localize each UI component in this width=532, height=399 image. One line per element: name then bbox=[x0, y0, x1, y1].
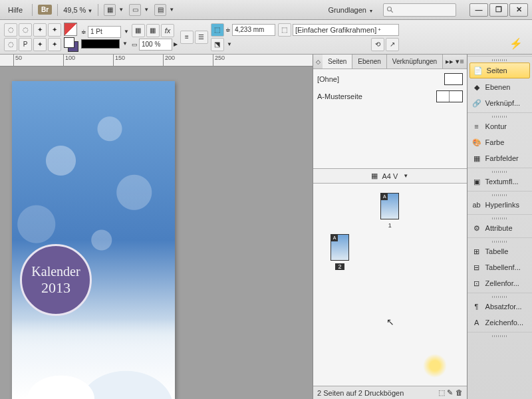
tablefmt-icon: ⊟ bbox=[471, 262, 482, 273]
dock-verknuepfungen[interactable]: 🔗Verknüpf... bbox=[467, 95, 532, 111]
collapse-icon[interactable]: ◇ bbox=[313, 55, 323, 68]
page-size-selector[interactable]: ▦A4 V▼ bbox=[313, 169, 467, 184]
opacity-input[interactable]: 100 % bbox=[139, 39, 172, 51]
screen-mode-icon[interactable]: ▭ bbox=[129, 4, 141, 16]
search-icon bbox=[386, 6, 394, 14]
color-icon: 🎨 bbox=[471, 137, 482, 148]
dock-hyperlinks[interactable]: abHyperlinks bbox=[467, 197, 532, 213]
view-mode-icon[interactable]: ▦ bbox=[104, 4, 116, 16]
tab-verknuepfungen[interactable]: Verknüpfungen bbox=[387, 55, 443, 68]
pages-panel: ◇ Seiten Ebenen Verknüpfungen ▸▸▾≡ [Ohne… bbox=[313, 55, 467, 399]
highlight-dot bbox=[423, 354, 447, 378]
swatches-icon: ▦ bbox=[471, 153, 482, 164]
tool-icon[interactable]: ◌ bbox=[4, 38, 17, 51]
calendar-circle: Kalender 2013 bbox=[20, 244, 92, 316]
document-page[interactable]: Kalender 2013 bbox=[12, 81, 175, 399]
charfmt-icon: A bbox=[471, 317, 482, 328]
tool-icon[interactable]: ✦ bbox=[48, 38, 61, 51]
stroke-style[interactable] bbox=[81, 39, 120, 49]
page-label-selected: 2 bbox=[335, 263, 344, 270]
panel-dock: 📄Seiten ◆Ebenen 🔗Verknüpf... ≡Kontur 🎨Fa… bbox=[467, 55, 532, 399]
maximize-button[interactable]: ❐ bbox=[489, 3, 508, 17]
dock-attribute[interactable]: ⚙Attribute bbox=[467, 220, 532, 236]
menubar: Hilfe Br 49,5 %▼ ▦▼ ▭▼ ▤▼ Grundlagen ▾ —… bbox=[0, 0, 532, 20]
cursor-icon: ↖ bbox=[386, 317, 394, 327]
canvas[interactable]: 50 100 150 200 250 Kalender 2013 bbox=[0, 55, 313, 399]
dock-seiten[interactable]: 📄Seiten bbox=[469, 63, 530, 78]
layers-icon: ◆ bbox=[471, 82, 482, 92]
page-thumb-2[interactable]: A bbox=[331, 234, 349, 261]
align-icon[interactable]: ≡ bbox=[180, 31, 194, 44]
dock-absatzformat[interactable]: ¶Absatzfor... bbox=[467, 299, 532, 315]
fx-icon[interactable]: fx bbox=[161, 24, 174, 37]
parafmt-icon: ¶ bbox=[471, 301, 482, 312]
dock-zeichenformat[interactable]: AZeichenfo... bbox=[467, 315, 532, 331]
dock-kontur[interactable]: ≡Kontur bbox=[467, 118, 532, 134]
align-icon[interactable]: ☰ bbox=[195, 31, 208, 44]
page-thumb-1[interactable]: A bbox=[380, 193, 399, 219]
zoom-level[interactable]: 49,5 %▼ bbox=[63, 6, 92, 14]
wrap-icon: ▣ bbox=[471, 176, 482, 187]
tab-ebenen[interactable]: Ebenen bbox=[352, 55, 386, 68]
ruler-horizontal: 50 100 150 200 250 bbox=[0, 55, 313, 66]
fx-icon[interactable]: ▦ bbox=[132, 24, 145, 37]
control-toolbar: ◌◌✦✦ ◌P✦✦ ≑1 Pt▼ ▼ ▦▦fx ▭100 %▶ ≡☰ ⬚≑4,2… bbox=[0, 20, 532, 55]
workspace-switcher[interactable]: Grundlagen ▾ bbox=[328, 6, 372, 14]
help-menu[interactable]: Hilfe bbox=[4, 5, 27, 15]
stroke-icon: ≡ bbox=[471, 121, 482, 132]
attributes-icon: ⚙ bbox=[471, 223, 482, 233]
svg-line-1 bbox=[391, 10, 393, 12]
page-label: 1 bbox=[376, 222, 403, 229]
frame-fit-icon[interactable]: ⬚ bbox=[211, 23, 224, 37]
dock-farbe[interactable]: 🎨Farbe bbox=[467, 134, 532, 150]
object-style[interactable]: [Einfacher Grafikrahmen]+ bbox=[293, 24, 399, 36]
corner-icon[interactable]: ⬔ bbox=[211, 38, 224, 51]
stroke-weight[interactable]: 1 Pt bbox=[88, 26, 121, 38]
misc-icon[interactable]: ⟲ bbox=[371, 38, 384, 51]
fx-icon[interactable]: ▦ bbox=[146, 24, 160, 37]
dock-tabelle[interactable]: ⊞Tabelle bbox=[467, 243, 532, 259]
tool-icon[interactable]: ◌ bbox=[4, 23, 17, 37]
cellfmt-icon: ⊡ bbox=[471, 278, 482, 289]
panel-menu-icon[interactable]: ▾≡ bbox=[456, 57, 464, 66]
hyperlink-icon: ab bbox=[471, 200, 482, 210]
links-icon: 🔗 bbox=[471, 98, 482, 108]
search-input[interactable] bbox=[383, 3, 456, 17]
pages-icon: 📄 bbox=[473, 65, 483, 76]
panel-status: 2 Seiten auf 2 Druckbögen⬚ ✎ 🗑 bbox=[313, 386, 467, 399]
style-icon[interactable]: ⬚ bbox=[278, 23, 291, 37]
master-none[interactable]: [Ohne] bbox=[317, 73, 463, 85]
minimize-button[interactable]: — bbox=[469, 3, 488, 17]
tool-icon[interactable]: ✦ bbox=[48, 23, 61, 37]
dock-zellenformat[interactable]: ⊡Zellenfor... bbox=[467, 275, 532, 291]
tool-icon[interactable]: P bbox=[19, 38, 32, 51]
tab-seiten[interactable]: Seiten bbox=[323, 55, 352, 68]
misc-icon[interactable]: ↗ bbox=[386, 38, 399, 51]
expand-icon[interactable]: ▸▸ bbox=[446, 57, 454, 66]
tool-icon[interactable]: ◌ bbox=[19, 23, 32, 37]
dock-textumfluss[interactable]: ▣Textumfl... bbox=[467, 174, 532, 190]
master-a[interactable]: A-Musterseite bbox=[317, 90, 463, 102]
bridge-button[interactable]: Br bbox=[38, 5, 52, 15]
table-icon: ⊞ bbox=[471, 246, 482, 257]
measure-input[interactable]: 4,233 mm bbox=[232, 24, 275, 36]
close-button[interactable]: ✕ bbox=[509, 3, 528, 17]
dock-farbfelder[interactable]: ▦Farbfelder bbox=[467, 150, 532, 166]
fill-stroke-swatch[interactable] bbox=[64, 37, 78, 52]
arrange-icon[interactable]: ▤ bbox=[154, 4, 166, 16]
tool-icon[interactable]: ✦ bbox=[33, 38, 47, 51]
bolt-icon[interactable]: ⚡ bbox=[509, 37, 523, 50]
stroke-none-icon[interactable] bbox=[64, 23, 77, 36]
dock-ebenen[interactable]: ◆Ebenen bbox=[467, 79, 532, 95]
dock-tabellenformat[interactable]: ⊟Tabellenf... bbox=[467, 259, 532, 275]
tool-icon[interactable]: ✦ bbox=[33, 23, 47, 37]
svg-point-0 bbox=[388, 7, 392, 11]
